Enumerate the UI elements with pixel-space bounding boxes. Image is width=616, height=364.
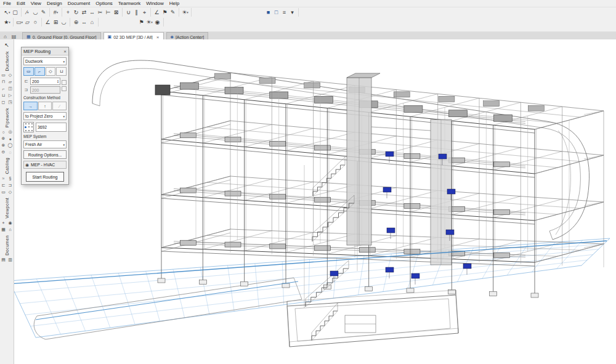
pipework-tool-6-icon[interactable]: ◯: [7, 142, 14, 148]
ductwork-tool-3-icon[interactable]: ⊓: [1, 79, 7, 85]
layers-icon[interactable]: ≡: [280, 9, 288, 17]
ductwork-tool-2-icon[interactable]: ◇: [7, 72, 14, 78]
line-tool-icon[interactable]: ∕▾: [23, 9, 31, 17]
wall-tool-icon[interactable]: ▱: [23, 18, 31, 26]
menu-edit[interactable]: Edit: [17, 1, 25, 6]
annotation-icon[interactable]: ✎: [169, 9, 177, 17]
favorites-icon[interactable]: ★▾: [3, 18, 11, 26]
element-type-dropdown[interactable]: Ductwork ▾: [23, 57, 67, 65]
grid-snap-icon[interactable]: #▾: [52, 9, 60, 17]
bend-segment-mode-button[interactable]: ⌐: [34, 67, 45, 76]
documen-tool-2-icon[interactable]: ▥: [7, 257, 14, 263]
marquee-icon[interactable]: ▢: [11, 9, 19, 17]
cabling-tool-3-icon[interactable]: ⊏: [1, 182, 7, 188]
documen-tool-1-icon[interactable]: ▤: [1, 257, 7, 263]
pipework-tool-7-icon[interactable]: ⊖: [1, 149, 7, 155]
inclined-segment-mode-button[interactable]: ◇: [46, 67, 56, 76]
pipework-tool-4-icon[interactable]: ●: [7, 135, 14, 142]
select-arrow-icon[interactable]: ↖: [3, 41, 11, 49]
cabling-tool-5-icon[interactable]: ▭: [1, 189, 7, 195]
snap-point-icon[interactable]: ⌖: [140, 9, 148, 17]
pan-icon[interactable]: ↔: [80, 18, 88, 26]
palette-titlebar[interactable]: MEP Routing ×: [22, 47, 68, 55]
duct-tool-icon[interactable]: ▭▾: [15, 18, 23, 26]
flag-icon[interactable]: ⚑: [161, 9, 169, 17]
cabling-tool-2-icon[interactable]: §: [7, 176, 14, 182]
vertical-method-button[interactable]: ↑: [38, 102, 52, 110]
close-icon[interactable]: ×: [63, 49, 67, 54]
menu-file[interactable]: File: [3, 1, 11, 6]
layer-row[interactable]: ◉ MEP - HVAC: [23, 161, 67, 169]
erase-icon[interactable]: ⊠: [112, 9, 120, 17]
cabling-tool-4-icon[interactable]: ⊐: [7, 182, 14, 188]
routing-options-button[interactable]: Routing Options...: [23, 150, 67, 159]
fillet-icon[interactable]: ◡: [60, 18, 68, 26]
viewpoint-tool-2-icon[interactable]: ◉: [7, 220, 14, 226]
arc-tool-icon[interactable]: ◡: [31, 9, 39, 17]
viewpoint-tool-4-icon[interactable]: ⌂: [7, 227, 14, 233]
menu-design[interactable]: Design: [47, 1, 62, 6]
ductwork-tool-5-icon[interactable]: ⌐: [1, 86, 7, 92]
duct-width-field[interactable]: 200 ▴▾: [30, 78, 60, 85]
mep-system-dropdown[interactable]: Fresh Air ▾: [23, 140, 67, 148]
ductwork-tool-10-icon[interactable]: ◳: [7, 99, 14, 105]
pipework-tool-3-icon[interactable]: ⊕: [1, 135, 7, 142]
guide-lines-icon[interactable]: ∥: [132, 9, 140, 17]
ductwork-tool-4-icon[interactable]: ▱: [7, 79, 14, 85]
pipework-tool-1-icon[interactable]: ○: [1, 129, 7, 135]
cabling-tool-6-icon[interactable]: ◇: [7, 189, 14, 195]
straight-segment-mode-button[interactable]: ▭: [23, 67, 34, 76]
geometry-link-strip[interactable]: [62, 78, 67, 94]
sloped-method-button[interactable]: ∕: [52, 102, 67, 110]
home-view-icon[interactable]: ⌂: [88, 18, 96, 26]
menu-view[interactable]: View: [31, 1, 41, 6]
pipework-tool-2-icon[interactable]: ◎: [7, 129, 14, 135]
viewpoint-tool-1-icon[interactable]: ⌖: [1, 220, 7, 226]
ductwork-tool-8-icon[interactable]: ▷: [7, 92, 14, 99]
magnet-icon[interactable]: ∪: [124, 9, 132, 17]
ductwork-tool-6-icon[interactable]: ◫: [7, 86, 14, 92]
angle-icon[interactable]: ∠: [44, 18, 52, 26]
reference-level-dropdown[interactable]: to Project Zero ▾: [23, 112, 67, 120]
menu-teamwork[interactable]: Teamwork: [118, 1, 140, 6]
mirror-icon[interactable]: ⇄: [80, 9, 88, 17]
pipework-tool-8-icon[interactable]: ◌: [7, 149, 14, 155]
orbit-icon[interactable]: ◉: [153, 18, 161, 26]
stretch-icon[interactable]: ↔: [88, 9, 96, 17]
offset-icon[interactable]: ⊞: [52, 18, 60, 26]
marker-flag-icon[interactable]: ⚑: [137, 18, 145, 26]
pipe-tool-icon[interactable]: ○: [31, 18, 39, 26]
viewpoint-tool-3-icon[interactable]: ▦: [1, 227, 7, 233]
rotate-icon[interactable]: ↻: [72, 9, 80, 17]
vertical-segment-mode-button[interactable]: ⊔: [56, 67, 67, 76]
ductwork-tool-7-icon[interactable]: ⊔: [1, 92, 7, 99]
render-settings-icon[interactable]: ☀▾: [145, 18, 153, 26]
menu-document[interactable]: Document: [68, 1, 90, 6]
cube-solid-icon[interactable]: ■: [264, 9, 272, 17]
elevation-field[interactable]: 3692: [36, 123, 67, 132]
split-icon[interactable]: ⊢: [104, 9, 112, 17]
duct-height-field[interactable]: 200: [30, 86, 60, 94]
pipework-tool-5-icon[interactable]: ⊗: [1, 142, 7, 148]
menu-options[interactable]: Options: [95, 1, 113, 6]
cube-outline-icon[interactable]: □: [272, 9, 280, 17]
measure-icon[interactable]: ∠: [153, 9, 161, 17]
anchor-point-grid[interactable]: [23, 122, 34, 132]
select-arrow-icon[interactable]: ↖▾: [3, 9, 11, 17]
trim-icon[interactable]: ✂: [96, 9, 104, 17]
cabling-tool-1-icon[interactable]: ≈: [1, 176, 7, 182]
start-routing-button[interactable]: Start Routing: [26, 172, 64, 182]
horizontal-method-button[interactable]: →: [23, 102, 38, 110]
move-icon[interactable]: +: [64, 9, 72, 17]
menu-help[interactable]: Help: [169, 1, 179, 6]
menu-window[interactable]: Window: [146, 1, 163, 6]
model-canvas[interactable]: MEP Routing × Ductwork ▾ ▭ ⌐ ◇ ⊔: [14, 39, 616, 364]
more-dropdown-icon[interactable]: ▾: [288, 9, 296, 17]
ductwork-tool-1-icon[interactable]: ▭: [1, 72, 7, 78]
start-routing-label: Start Routing: [33, 175, 58, 179]
ductwork-tool-9-icon[interactable]: ◻: [1, 99, 7, 105]
pen-tool-icon[interactable]: ✎: [39, 9, 47, 17]
zoom-window-icon[interactable]: ⊕: [72, 18, 80, 26]
sun-settings-icon[interactable]: ☀▾: [181, 9, 189, 17]
stepper-icons[interactable]: ▴▾: [57, 79, 59, 84]
